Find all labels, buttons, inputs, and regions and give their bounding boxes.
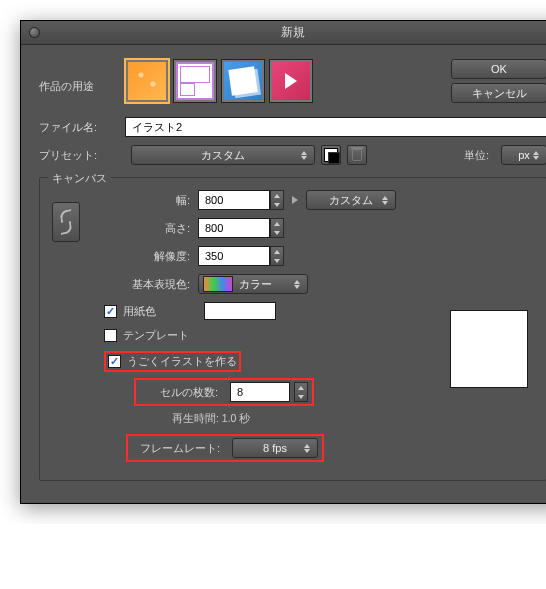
unit-value: px — [518, 149, 530, 161]
playback-time-label: 再生時間: 1.0 秒 — [172, 412, 434, 426]
trash-icon — [352, 149, 362, 161]
canvas-preview — [450, 310, 528, 388]
triangle-right-icon — [292, 196, 298, 204]
highlight-box: フレームレート: 8 fps — [126, 434, 324, 462]
purpose-animation[interactable] — [269, 59, 313, 103]
chevron-updown-icon — [530, 148, 542, 162]
ok-button[interactable]: OK — [451, 59, 546, 79]
colorbar-icon — [203, 276, 233, 292]
preset-dropdown[interactable]: カスタム — [131, 145, 315, 165]
purpose-thumbnails — [125, 59, 313, 103]
colormode-label: 基本表現色: — [96, 277, 198, 292]
paper-color-label: 用紙色 — [123, 304, 156, 319]
chevron-updown-icon — [379, 193, 391, 207]
dialog-title: 新規 — [21, 24, 546, 41]
purpose-print[interactable] — [221, 59, 265, 103]
cells-input[interactable] — [230, 382, 290, 402]
new-document-dialog: 新規 作品の用途 OK キャンセル ファイル名: プリセット: カスタム — [20, 20, 546, 504]
purpose-label: 作品の用途 — [39, 59, 125, 94]
highlight-box: セルの枚数: — [134, 378, 314, 406]
orientation-button[interactable] — [52, 202, 80, 242]
unit-label: 単位: — [464, 148, 489, 163]
chevron-updown-icon — [291, 277, 303, 291]
filename-input[interactable] — [125, 117, 546, 137]
height-input[interactable] — [198, 218, 270, 238]
width-label: 幅: — [96, 193, 198, 208]
resolution-label: 解像度: — [96, 249, 198, 264]
cells-stepper[interactable] — [294, 382, 308, 402]
cells-label: セルの枚数: — [140, 385, 226, 400]
canvas-fieldset: キャンバス 幅: カスタム — [39, 177, 546, 481]
paper-color-swatch[interactable] — [204, 302, 276, 320]
preset-delete-button[interactable] — [347, 145, 367, 165]
size-preset-value: カスタム — [329, 193, 373, 208]
template-label: テンプレート — [123, 328, 189, 343]
size-preset-dropdown[interactable]: カスタム — [306, 190, 396, 210]
titlebar: 新規 — [21, 21, 546, 45]
resolution-input[interactable] — [198, 246, 270, 266]
purpose-comic[interactable] — [173, 59, 217, 103]
paper-color-checkbox[interactable] — [104, 305, 117, 318]
framerate-value: 8 fps — [263, 442, 287, 454]
width-input[interactable] — [198, 190, 270, 210]
height-stepper[interactable] — [270, 218, 284, 238]
preset-label: プリセット: — [39, 148, 125, 163]
cancel-button[interactable]: キャンセル — [451, 83, 546, 103]
colormode-dropdown[interactable]: カラー — [198, 274, 308, 294]
swatch-icon — [324, 148, 338, 162]
resolution-stepper[interactable] — [270, 246, 284, 266]
preset-swatch-button[interactable] — [321, 145, 341, 165]
make-animation-checkbox[interactable] — [108, 355, 121, 368]
chevron-updown-icon — [298, 148, 310, 162]
canvas-legend: キャンバス — [48, 171, 111, 186]
rotate-icon — [58, 210, 74, 234]
purpose-illustration[interactable] — [125, 59, 169, 103]
make-animation-label: うごくイラストを作る — [127, 354, 237, 369]
preset-value: カスタム — [201, 148, 245, 163]
colormode-value: カラー — [239, 277, 272, 292]
unit-dropdown[interactable]: px — [501, 145, 546, 165]
framerate-label: フレームレート: — [132, 441, 228, 456]
template-checkbox[interactable] — [104, 329, 117, 342]
highlight-box: うごくイラストを作る — [104, 351, 241, 372]
height-label: 高さ: — [96, 221, 198, 236]
width-stepper[interactable] — [270, 190, 284, 210]
chevron-updown-icon — [301, 441, 313, 455]
filename-label: ファイル名: — [39, 120, 125, 135]
framerate-dropdown[interactable]: 8 fps — [232, 438, 318, 458]
